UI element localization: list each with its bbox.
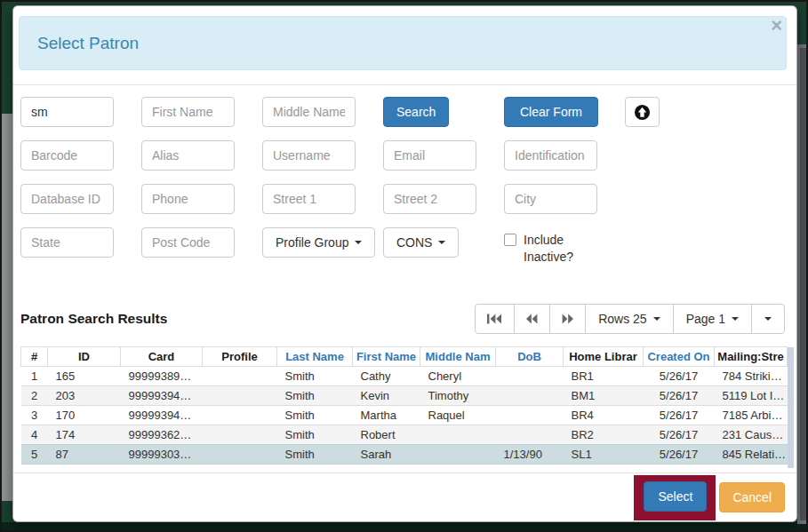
email-input[interactable]	[383, 140, 476, 171]
results-toolbar: Patron Search Results	[20, 304, 785, 334]
cell	[203, 386, 277, 406]
caret-down-icon	[355, 241, 362, 244]
cell: 99999303…	[121, 445, 203, 465]
annotation-highlight: Select	[634, 475, 716, 520]
profile-group-label: Profile Group	[276, 235, 348, 250]
cell: Smith	[277, 367, 353, 386]
barcode-input[interactable]	[20, 140, 114, 171]
results-header-row: # ID Card Profile Last Name First Name M…	[21, 347, 788, 367]
modal-header: Select Patron ×	[13, 6, 796, 85]
post-code-input[interactable]	[141, 227, 235, 258]
col-header-home-library: Home Librar	[564, 347, 644, 367]
cell: 5/26/17	[644, 445, 715, 465]
profile-group-dropdown[interactable]: Profile Group	[262, 227, 375, 258]
select-patron-modal: Select Patron × Search Clear Form	[12, 5, 797, 522]
col-header-profile: Profile	[203, 347, 277, 367]
cell: 231 Caus…	[715, 425, 788, 445]
cell	[496, 425, 564, 445]
cell: Raquel	[420, 406, 496, 425]
cell: 203	[48, 386, 121, 406]
pager-group: Rows 25 Page 1	[475, 304, 785, 334]
rows-per-page-label: Rows 25	[598, 312, 646, 326]
org-unit-dropdown[interactable]: CONS	[383, 227, 459, 258]
col-header-mailing-street: Mailing:Stre	[715, 347, 788, 367]
cell: 4	[21, 425, 48, 445]
include-inactive-checkbox[interactable]	[504, 234, 516, 246]
result-row-2[interactable]: 2 203 99999394… Smith Kevin Timothy BM1 …	[21, 386, 788, 406]
caret-down-icon	[764, 317, 772, 321]
cell: Timothy	[420, 386, 496, 406]
phone-input[interactable]	[141, 184, 235, 214]
page-number-dropdown[interactable]: Page 1	[673, 304, 752, 334]
modal-title-banner: Select Patron	[19, 16, 787, 70]
cell: Robert	[353, 425, 420, 445]
close-icon[interactable]: ×	[771, 19, 782, 33]
cell: 784 Striki…	[715, 367, 788, 386]
cell: 174	[48, 425, 121, 445]
col-header-dob[interactable]: DoB	[496, 347, 564, 367]
cell: 2	[21, 386, 48, 406]
identification-input[interactable]	[504, 140, 597, 171]
cell: Smith	[277, 386, 353, 406]
cell: Smith	[277, 445, 353, 465]
fast-forward-icon	[562, 314, 573, 324]
grid-scrollbar[interactable]	[788, 347, 794, 468]
cancel-button[interactable]: Cancel	[719, 482, 785, 512]
col-header-last-name[interactable]: Last Name	[277, 347, 353, 367]
result-row-5-selected[interactable]: 5 87 99999303… Smith Sarah 1/13/90 SL1 5…	[21, 445, 788, 465]
page-backdrop-bottom	[0, 522, 808, 532]
middle-name-input[interactable]	[262, 97, 356, 127]
select-button[interactable]: Select	[644, 481, 707, 512]
username-input[interactable]	[262, 140, 356, 171]
cell: 5/26/17	[644, 386, 715, 406]
result-row-3[interactable]: 3 170 99999394… Smith Martha Raquel BR4 …	[21, 406, 788, 425]
alias-input[interactable]	[141, 140, 235, 171]
first-name-input[interactable]	[141, 97, 235, 127]
city-input[interactable]	[504, 184, 597, 214]
first-page-button[interactable]	[475, 304, 515, 334]
state-input[interactable]	[20, 227, 114, 258]
caret-down-icon	[653, 317, 660, 321]
col-header-id: ID	[48, 347, 121, 367]
col-header-created-on[interactable]: Created On	[644, 347, 715, 367]
col-header-card: Card	[121, 347, 203, 367]
grid-options-dropdown[interactable]	[751, 304, 785, 334]
result-row-4[interactable]: 4 174 99999362… Smith Robert BR2 5/26/17…	[21, 425, 788, 445]
cell: Cathy	[353, 367, 420, 386]
caret-down-icon	[438, 241, 445, 244]
cell: BM1	[564, 386, 644, 406]
browser-scrollbar-thumb[interactable]	[800, 48, 808, 520]
col-header-middle-name[interactable]: Middle Nam	[420, 347, 496, 367]
cell: 7185 Arbi…	[715, 406, 788, 425]
page-backdrop	[0, 114, 12, 501]
result-row-1[interactable]: 1 165 99999389… Smith Cathy Cheryl BR1 5…	[21, 367, 788, 386]
page-number-label: Page 1	[686, 312, 725, 326]
caret-down-icon	[732, 317, 739, 321]
cell: 5119 Lot I…	[715, 386, 788, 406]
next-page-button[interactable]	[549, 304, 586, 334]
cell: Smith	[277, 425, 353, 445]
street2-input[interactable]	[383, 184, 476, 214]
cell: 1	[21, 367, 48, 386]
org-unit-label: CONS	[396, 235, 432, 250]
include-inactive-label: Include Inactive?	[524, 232, 604, 266]
cell: 5/26/17	[644, 406, 715, 425]
collapse-form-button[interactable]	[625, 97, 660, 127]
skip-first-icon	[487, 314, 502, 324]
search-button[interactable]: Search	[383, 97, 449, 127]
cell: 5/26/17	[644, 425, 715, 445]
cell	[420, 425, 496, 445]
col-header-index: #	[21, 347, 48, 367]
col-header-first-name[interactable]: First Name	[353, 347, 420, 367]
street1-input[interactable]	[262, 184, 356, 214]
clear-form-button[interactable]: Clear Form	[504, 97, 598, 127]
cell	[203, 425, 277, 445]
cell: Sarah	[353, 445, 420, 465]
cell	[203, 406, 277, 425]
database-id-input[interactable]	[20, 184, 114, 214]
rows-per-page-dropdown[interactable]: Rows 25	[585, 304, 673, 334]
last-name-input[interactable]	[20, 97, 114, 127]
cell: 99999362…	[121, 425, 203, 445]
prev-page-button[interactable]	[514, 304, 550, 334]
cell	[496, 386, 564, 406]
